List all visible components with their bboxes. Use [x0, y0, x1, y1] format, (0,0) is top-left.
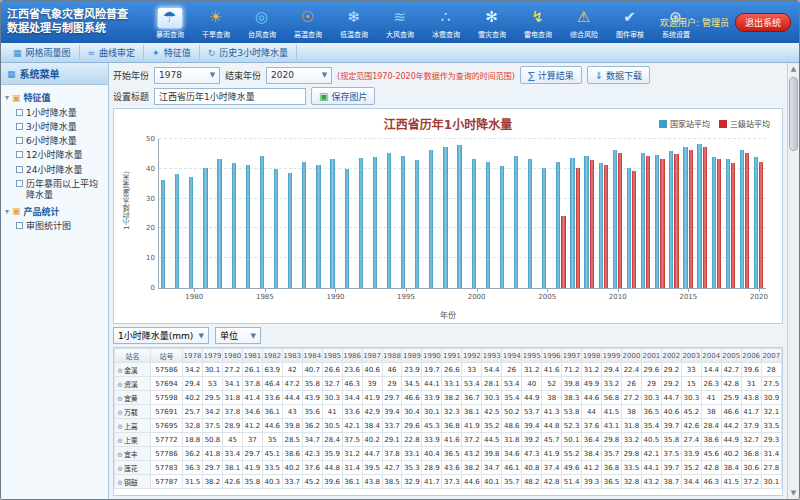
tree-item-24小时降水量[interactable]: 24小时降水量	[3, 163, 106, 177]
element-filter-select[interactable]: 1小时降水量(mm) ▼	[113, 327, 209, 344]
value-cell: 44.6	[262, 419, 282, 433]
toolbar-item-台风查询[interactable]: ◎台风查询	[239, 7, 284, 40]
save-image-button[interactable]: ▣ 保存图片	[311, 87, 375, 105]
end-year-select[interactable]: 2020 ▼	[266, 67, 332, 84]
toolbar-item-雪灾查询[interactable]: ✻雪灾查询	[469, 7, 514, 40]
value-cell: 29.6	[402, 419, 422, 433]
toolbar-item-低温查询[interactable]: ❄低温查询	[331, 7, 376, 40]
value-cell: 33.6	[342, 405, 362, 419]
toolbar-item-综合风险[interactable]: ⚠综合风险	[561, 7, 606, 40]
start-year-select[interactable]: 1978 ▼	[154, 67, 220, 84]
checkbox-icon[interactable]	[16, 137, 23, 144]
value-cell: 31.5	[183, 475, 203, 489]
value-cell: 42.9	[362, 405, 382, 419]
toolbar-item-干旱查询[interactable]: ☀干旱查询	[193, 7, 238, 40]
checkbox-icon[interactable]	[16, 222, 23, 229]
value-cell: 33	[681, 363, 701, 377]
calculate-button[interactable]: ∑ 计算结果	[520, 66, 582, 84]
value-cell: 37.5	[661, 447, 681, 461]
value-cell: 30.1	[422, 405, 442, 419]
value-cell: 39.8	[482, 447, 502, 461]
tree-item-6小时降水量[interactable]: 6小时降水量	[3, 135, 106, 149]
tree-folder-特征值[interactable]: ▾▣特征值	[3, 89, 106, 106]
legend-item-三级站平均: 三级站平均	[719, 118, 770, 129]
col-header-station: 站名	[115, 349, 151, 363]
col-header-year: 2004	[701, 349, 721, 363]
station-id-cell: 57586	[151, 363, 183, 377]
tree-item-历年暴雨以上平均降水量[interactable]: 历年暴雨以上平均降水量	[3, 177, 106, 203]
value-cell: 42.5	[482, 405, 502, 419]
value-cell: 46.6	[721, 405, 741, 419]
toolbar-item-高温查询[interactable]: ☉高温查询	[285, 7, 330, 40]
typhoon-icon: ◎	[249, 7, 275, 29]
map-icon: ▦	[13, 48, 22, 58]
value-cell: 35	[262, 433, 282, 447]
table-row[interactable]: ⊕宜黄5759840.229.531.841.433.644.443.930.3…	[115, 391, 782, 405]
table-row[interactable]: ⊕上栗5777218.850.845373528.534.728.437.540…	[115, 433, 782, 447]
value-cell: 44.2	[721, 419, 741, 433]
checkbox-icon[interactable]	[16, 109, 23, 116]
tree-item-审图统计图[interactable]: 审图统计图	[3, 220, 106, 234]
table-row[interactable]: ⊕宜丰5778636.241.833.429.745.138.642.335.9…	[115, 447, 782, 461]
col-header-year: 2007	[761, 349, 781, 363]
table-row[interactable]: ⊕万载5769125.734.237.834.636.14335.64133.6…	[115, 405, 782, 419]
x-tick	[547, 288, 548, 292]
tree-item-1小时降水量[interactable]: 1小时降水量	[3, 106, 106, 120]
table-row[interactable]: ⊕莲花5778336.329.738.141.933.540.237.644.8…	[115, 461, 782, 475]
chart-title-input[interactable]: 江西省历年1小时降水量	[154, 88, 306, 105]
tab-bar: ▦网格雨量图≈曲线审定✦特征值↻历史3小时降水量	[1, 43, 799, 63]
checkbox-icon[interactable]	[16, 123, 23, 130]
table-row[interactable]: ⊕资溪5769429.45334.137.846.447.235.832.746…	[115, 377, 782, 391]
logout-button[interactable]: 退出系统	[735, 13, 791, 32]
value-cell: 53.7	[522, 405, 542, 419]
toolbar-item-大风查询[interactable]: ≋大风查询	[377, 7, 422, 40]
station-name-cell: ⊕资溪	[115, 377, 151, 391]
toolbar-item-图件审核[interactable]: ✔图件审核	[607, 7, 652, 40]
value-cell: 38	[621, 405, 641, 419]
app-title-line2: 数据处理与制图系统	[7, 22, 143, 36]
snow-icon: ✻	[479, 7, 505, 29]
value-cell: 33.1	[442, 377, 462, 391]
col-header-year: 2001	[641, 349, 661, 363]
tab-历史3小时降水量[interactable]: ↻历史3小时降水量	[200, 45, 297, 60]
download-button[interactable]: ⇓ 数据下载	[587, 66, 650, 84]
y-tick-label: 10	[146, 254, 155, 262]
bar-national	[373, 157, 377, 288]
value-cell: 43.9	[302, 391, 322, 405]
chart-plot-area: 0102030405019801985199019952000200520102…	[158, 139, 766, 289]
value-cell: 43.1	[602, 419, 622, 433]
value-cell: 37.8	[222, 405, 242, 419]
tab-网格雨量图[interactable]: ▦网格雨量图	[5, 45, 80, 60]
tab-特征值[interactable]: ✦特征值	[144, 45, 200, 60]
scroll-thumb[interactable]	[789, 77, 798, 151]
value-cell: 36.4	[582, 433, 602, 447]
tree-item-3小时降水量[interactable]: 3小时降水量	[3, 120, 106, 134]
value-cell: 38.2	[442, 391, 462, 405]
checkbox-icon[interactable]	[16, 151, 23, 158]
legend-swatch	[659, 120, 667, 128]
toolbar-item-暴雨查询[interactable]: ☂暴雨查询	[147, 7, 192, 40]
tree-item-12小时降水量[interactable]: 12小时降水量	[3, 149, 106, 163]
toolbar-item-雷电查询[interactable]: ↯雷电查询	[515, 7, 560, 40]
value-cell: 29.7	[242, 447, 262, 461]
checkbox-icon[interactable]	[16, 166, 23, 173]
scroll-up-arrow[interactable]: ▲	[791, 63, 796, 75]
col-header-year: 1984	[302, 349, 322, 363]
table-row[interactable]: ⊕金溪5758634.230.127.226.163.94240.726.623…	[115, 363, 782, 377]
table-row[interactable]: ⊕上高5769532.837.528.941.244.639.836.230.5…	[115, 419, 782, 433]
toolbar-item-冰雹查询[interactable]: ∴冰雹查询	[423, 7, 468, 40]
bar-national	[655, 155, 659, 288]
col-header-year: 1981	[242, 349, 262, 363]
unit-filter-select[interactable]: 单位 ▼	[215, 327, 261, 344]
scroll-down-arrow[interactable]: ▼	[791, 487, 796, 499]
value-cell: 15	[681, 377, 701, 391]
col-header-year: 1978	[183, 349, 203, 363]
tree-folder-产品统计[interactable]: ▾▣产品统计	[3, 203, 106, 220]
col-header-year: 1998	[582, 349, 602, 363]
tab-曲线审定[interactable]: ≈曲线审定	[80, 45, 145, 60]
bar-national	[584, 156, 588, 288]
value-cell: 31.2	[342, 447, 362, 461]
table-row[interactable]: ⊕铜鼓5778731.538.242.635.840.333.745.239.6…	[115, 475, 782, 489]
station-row-icon: ⊕	[117, 479, 123, 487]
checkbox-icon[interactable]	[16, 180, 23, 187]
